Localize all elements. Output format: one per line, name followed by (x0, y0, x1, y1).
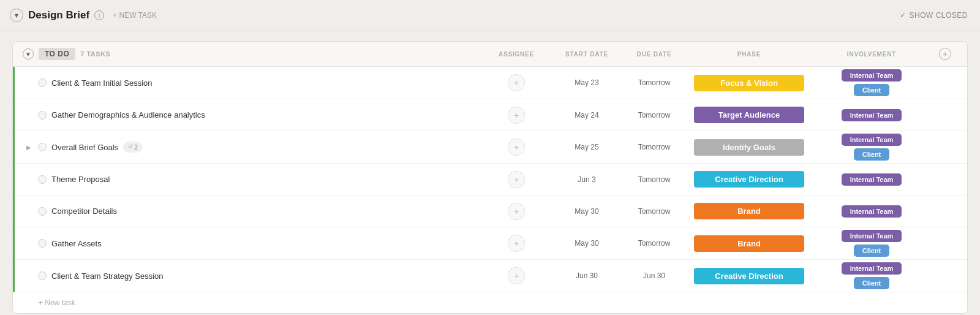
task-checkbox[interactable] (38, 271, 47, 280)
task-checkbox[interactable] (38, 78, 47, 87)
main-content: ▼ TO DO 7 TASKS ASSIGNEE START DATE DUE … (0, 31, 980, 315)
client-badge[interactable]: Client (854, 148, 890, 161)
assignee-cell: + (480, 139, 553, 156)
start-date-cell: Jun 3 (553, 175, 620, 184)
subtask-badge[interactable]: ⑂2 (123, 142, 143, 153)
avatar[interactable]: + (508, 235, 525, 252)
internal-team-badge[interactable]: Internal Team (842, 230, 902, 242)
task-count: 7 TASKS (80, 50, 110, 58)
start-date-cell: May 24 (553, 111, 620, 120)
phase-badge[interactable]: Target Audience (694, 107, 804, 123)
section-body: Client & Team Initial Session+May 23Tomo… (13, 67, 967, 292)
involvement-cell: Internal TeamClient (810, 260, 933, 292)
client-badge[interactable]: Client (854, 245, 890, 257)
phase-cell: Brand (688, 203, 810, 219)
table-row: Competitor Details+May 30TomorrowBrandIn… (15, 195, 967, 227)
internal-team-badge[interactable]: Internal Team (842, 205, 902, 218)
internal-team-badge[interactable]: Internal Team (842, 262, 902, 275)
section-header-cell: ▼ TO DO 7 TASKS (23, 42, 480, 66)
due-date-cell: Tomorrow (620, 78, 688, 87)
client-badge[interactable]: Client (854, 84, 890, 96)
involvement-cell: Internal TeamClient (810, 67, 933, 99)
section-label: TO DO (39, 48, 75, 60)
new-task-button[interactable]: + NEW TASK (109, 10, 160, 21)
app-container: ▼ Design Brief i + NEW TASK ✓ SHOW CLOSE… (0, 0, 980, 315)
due-date-cell: Tomorrow (620, 207, 688, 216)
due-date-cell: Tomorrow (620, 143, 688, 151)
task-name-label: Overall Brief Goals (51, 143, 118, 152)
header-left: ▼ Design Brief i + NEW TASK (10, 9, 160, 22)
involvement-cell: Internal Team (810, 203, 933, 220)
avatar[interactable]: + (508, 74, 525, 91)
task-expand-button[interactable] (24, 78, 33, 87)
start-date-cell: May 23 (553, 78, 620, 87)
show-closed-button[interactable]: ✓ SHOW CLOSED (900, 11, 968, 20)
new-task-footer[interactable]: + New task (13, 292, 967, 313)
phase-badge[interactable]: Creative Direction (694, 171, 804, 188)
phase-cell: Focus & Vision (688, 75, 810, 91)
internal-team-badge[interactable]: Internal Team (842, 134, 902, 146)
task-checkbox[interactable] (38, 207, 47, 216)
phase-cell: Brand (688, 235, 810, 252)
table-row: Theme Proposal+Jun 3TomorrowCreative Dir… (15, 164, 967, 195)
col-header-start-date: START DATE (553, 51, 620, 58)
phase-badge[interactable]: Creative Direction (694, 268, 804, 284)
start-date-cell: May 25 (553, 143, 620, 151)
col-header-involvement: INVOLVEMENT (810, 51, 933, 58)
task-expand-button[interactable] (24, 175, 33, 184)
task-name-cell: Client & Team Strategy Session (24, 267, 480, 286)
phase-badge[interactable]: Brand (694, 203, 804, 219)
start-date-cell: May 30 (553, 239, 620, 248)
phase-cell: Identify Goals (688, 139, 810, 156)
phase-cell: Target Audience (688, 107, 810, 123)
phase-badge[interactable]: Brand (694, 235, 804, 252)
avatar[interactable]: + (508, 107, 525, 124)
task-name-cell: Competitor Details (24, 202, 480, 221)
internal-team-badge[interactable]: Internal Team (842, 173, 902, 186)
assignee-cell: + (480, 203, 553, 220)
task-name-label: Gather Assets (51, 239, 102, 248)
col-header-assignee: ASSIGNEE (480, 51, 553, 58)
client-badge[interactable]: Client (854, 277, 890, 289)
internal-team-badge[interactable]: Internal Team (842, 69, 902, 82)
phase-badge[interactable]: Focus & Vision (694, 75, 804, 91)
task-expand-button[interactable] (24, 239, 33, 248)
task-expand-button[interactable]: ▶ (24, 143, 33, 151)
table-row: ▶Overall Brief Goals⑂2+May 25TomorrowIde… (15, 131, 967, 164)
due-date-cell: Tomorrow (620, 239, 688, 248)
task-checkbox[interactable] (38, 111, 47, 120)
avatar[interactable]: + (508, 139, 525, 156)
info-icon[interactable]: i (94, 10, 104, 20)
avatar[interactable]: + (508, 171, 525, 188)
involvement-cell: Internal Team (810, 107, 933, 124)
task-name-label: Client & Team Initial Session (51, 78, 153, 88)
column-header-row: ▼ TO DO 7 TASKS ASSIGNEE START DATE DUE … (13, 42, 967, 67)
task-checkbox[interactable] (38, 239, 47, 248)
table-row: Gather Demographics & Audience analytics… (15, 99, 967, 131)
collapse-icon: ▼ (13, 12, 20, 19)
task-name-cell: ▶Overall Brief Goals⑂2 (24, 137, 480, 158)
avatar[interactable]: + (508, 267, 525, 284)
task-name-label: Theme Proposal (51, 175, 110, 184)
involvement-cell: Internal Team (810, 171, 933, 188)
task-expand-button[interactable] (24, 271, 33, 280)
section-toggle-button[interactable]: ▼ (23, 48, 34, 59)
phase-badge[interactable]: Identify Goals (694, 139, 804, 156)
table-row: Gather Assets+May 30TomorrowBrandInterna… (15, 227, 967, 260)
internal-team-badge[interactable]: Internal Team (842, 109, 902, 121)
phase-cell: Creative Direction (688, 171, 810, 188)
task-name-label: Client & Team Strategy Session (51, 271, 164, 281)
task-expand-button[interactable] (24, 207, 33, 216)
col-header-phase: PHASE (688, 51, 810, 58)
add-column-button[interactable]: + (939, 48, 951, 60)
task-expand-button[interactable] (24, 111, 33, 120)
task-checkbox[interactable] (38, 143, 47, 151)
collapse-button[interactable]: ▼ (10, 9, 23, 22)
involvement-cell: Internal TeamClient (810, 131, 933, 163)
due-date-cell: Jun 30 (620, 271, 688, 280)
col-header-add: + (933, 48, 957, 60)
task-checkbox[interactable] (38, 175, 47, 184)
assignee-cell: + (480, 74, 553, 91)
avatar[interactable]: + (508, 203, 525, 220)
start-date-cell: May 30 (553, 207, 620, 216)
